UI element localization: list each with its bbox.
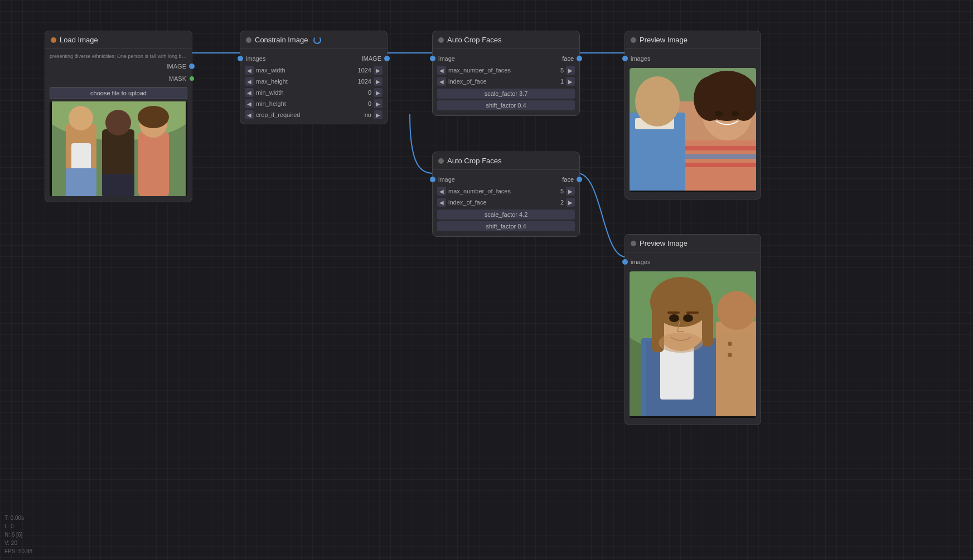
- auto-crop-faces-2-title: Auto Crop Faces: [447, 157, 502, 165]
- images-2-input-port: images: [625, 256, 761, 268]
- svg-rect-37: [667, 311, 680, 314]
- node-status-dot: [631, 241, 636, 246]
- min-height-inc[interactable]: ▶: [374, 99, 383, 108]
- node-status-dot: [631, 37, 636, 43]
- svg-point-39: [669, 314, 679, 322]
- max-width-inc[interactable]: ▶: [374, 66, 383, 75]
- index-face-1-row: ◀ index_of_face 1 ▶: [433, 76, 579, 87]
- upload-button[interactable]: choose file to upload: [50, 87, 187, 99]
- crop-inc[interactable]: ▶: [374, 110, 383, 119]
- svg-rect-4: [71, 143, 91, 171]
- images-1-input-port: images: [625, 52, 761, 65]
- auto-crop-faces-2-body: image face ◀ max_number_of_faces 5 ▶ ◀ i…: [433, 170, 579, 236]
- load-image-header: Load Image: [45, 31, 192, 49]
- preview-image-1-body: images: [625, 49, 761, 199]
- max-width-row: ◀ max_width 1024 ▶: [240, 65, 387, 76]
- auto-crop-faces-1-title: Auto Crop Faces: [447, 36, 502, 44]
- constrain-image-title: Constrain Image: [255, 36, 308, 44]
- filename-label: presenting diverse ethnicities; One pers…: [45, 52, 192, 60]
- svg-point-9: [138, 106, 169, 128]
- preview-image-2-title: Preview Image: [640, 239, 688, 247]
- constrain-image-body: images IMAGE ◀ max_width 1024 ▶ ◀ max_he…: [240, 49, 387, 124]
- image-output-port: IMAGE: [45, 60, 192, 72]
- images-in-connector: [238, 56, 243, 61]
- svg-rect-11: [102, 174, 134, 196]
- min-width-dec[interactable]: ◀: [245, 88, 254, 97]
- max-faces-2-inc[interactable]: ▶: [566, 187, 575, 196]
- max-height-inc[interactable]: ▶: [374, 77, 383, 86]
- refresh-icon: [313, 36, 321, 44]
- max-faces-1-dec[interactable]: ◀: [437, 66, 446, 75]
- face-2-svg: [630, 271, 756, 416]
- svg-point-27: [732, 111, 739, 116]
- svg-rect-10: [66, 168, 96, 196]
- load-image-node: Load Image presenting diverse ethnicitie…: [45, 31, 192, 202]
- node-status-dot: [438, 37, 444, 43]
- face-out-connector: [577, 56, 582, 61]
- crop-if-required-row: ◀ crop_if_required no ▶: [240, 109, 387, 120]
- min-width-inc[interactable]: ▶: [374, 88, 383, 97]
- status-l: L: 0: [4, 522, 32, 530]
- status-v: V: 20: [4, 539, 32, 547]
- node-status-dot: [246, 37, 251, 43]
- svg-point-26: [715, 111, 723, 116]
- preview-1-container: [630, 68, 756, 192]
- status-bar: T: 0.00s L: 0 N: 6 [6] V: 20 FPS: 50.88: [4, 514, 32, 556]
- index-face-1-inc[interactable]: ▶: [566, 77, 575, 86]
- image-out-connector: [384, 56, 390, 61]
- load-image-preview: [50, 101, 187, 196]
- max-width-dec[interactable]: ◀: [245, 66, 254, 75]
- constrain-image-header: Constrain Image: [240, 31, 387, 49]
- svg-rect-38: [686, 311, 699, 314]
- svg-rect-21: [674, 154, 756, 159]
- image-in-2-connector: [430, 177, 435, 182]
- max-faces-1-row: ◀ max_number_of_faces 5 ▶: [433, 65, 579, 76]
- index-face-2-dec[interactable]: ◀: [437, 198, 446, 207]
- svg-rect-22: [674, 163, 756, 167]
- preview-image-2-node: Preview Image images: [625, 234, 761, 425]
- preview-image-1-header: Preview Image: [625, 31, 761, 49]
- max-faces-1-inc[interactable]: ▶: [566, 66, 575, 75]
- svg-point-46: [728, 353, 732, 357]
- svg-point-25: [635, 76, 680, 126]
- auto-crop-faces-1-node: Auto Crop Faces image face ◀ max_number_…: [432, 31, 580, 116]
- crop-dec[interactable]: ◀: [245, 110, 254, 119]
- svg-rect-36: [702, 302, 713, 347]
- max-height-row: ◀ max_height 1024 ▶: [240, 76, 387, 87]
- images-1-in-connector: [622, 56, 628, 61]
- node-status-dot: [438, 158, 444, 164]
- preview-image-1-title: Preview Image: [640, 36, 688, 44]
- status-fps: FPS: 50.88: [4, 547, 32, 556]
- preview-image-2-header: Preview Image: [625, 235, 761, 252]
- scale-factor-1-slider[interactable]: scale_factor 3.7: [437, 89, 575, 99]
- max-faces-2-row: ◀ max_number_of_faces 5 ▶: [433, 186, 579, 197]
- shift-factor-2-slider[interactable]: shift_factor 0.4: [437, 221, 575, 231]
- svg-point-3: [69, 106, 93, 130]
- node-status-dot: [51, 37, 56, 43]
- scale-factor-2-slider[interactable]: scale_factor 4.2: [437, 210, 575, 220]
- shift-factor-1-slider[interactable]: shift_factor 0.4: [437, 100, 575, 110]
- preview-2-container: [630, 271, 756, 418]
- load-image-body: presenting diverse ethnicities; One pers…: [45, 49, 192, 202]
- index-face-1-dec[interactable]: ◀: [437, 77, 446, 86]
- min-height-row: ◀ min_height 0 ▶: [240, 98, 387, 109]
- image-out-connector: [189, 64, 195, 69]
- svg-rect-44: [716, 333, 756, 416]
- image-face-port: image face: [433, 52, 579, 65]
- max-faces-2-dec[interactable]: ◀: [437, 187, 446, 196]
- max-height-dec[interactable]: ◀: [245, 77, 254, 86]
- preview-image-1-node: Preview Image images: [625, 31, 761, 199]
- mask-output-port: MASK: [45, 72, 192, 85]
- image-in-connector: [430, 56, 435, 61]
- auto-crop-faces-1-header: Auto Crop Faces: [433, 31, 579, 49]
- face-1-svg: [630, 68, 756, 191]
- svg-point-43: [717, 291, 756, 330]
- load-image-title: Load Image: [60, 36, 98, 44]
- svg-point-45: [728, 342, 732, 346]
- mask-out-connector: [190, 76, 194, 81]
- min-height-dec[interactable]: ◀: [245, 99, 254, 108]
- preview-image-2-body: images: [625, 252, 761, 425]
- index-face-2-inc[interactable]: ▶: [566, 198, 575, 207]
- index-face-2-row: ◀ index_of_face 2 ▶: [433, 197, 579, 208]
- status-n: N: 6 [6]: [4, 530, 32, 539]
